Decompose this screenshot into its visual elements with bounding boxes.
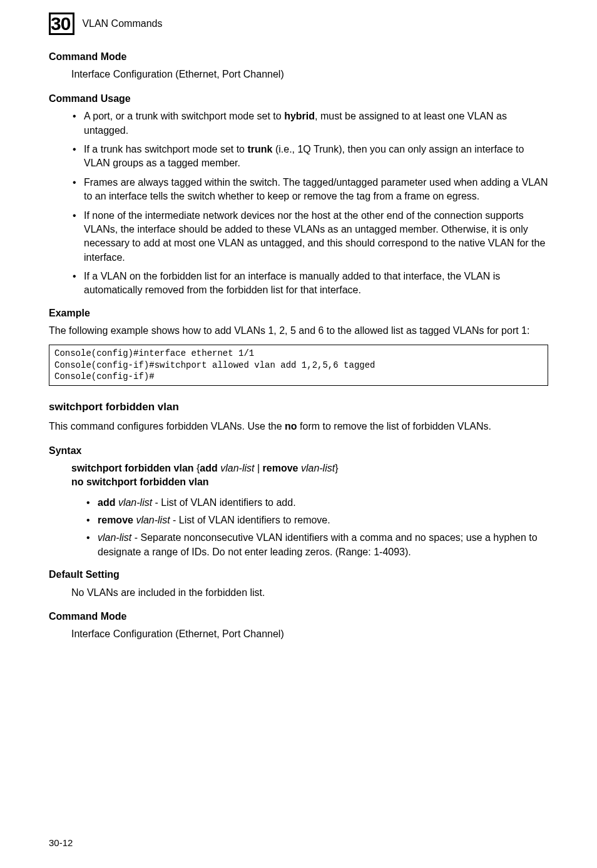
- command-mode-text: Interface Configuration (Ethernet, Port …: [71, 68, 548, 81]
- bold: no: [285, 421, 297, 431]
- bold: trunk: [247, 144, 272, 154]
- command-mode2-text: Interface Configuration (Ethernet, Port …: [71, 627, 548, 641]
- italic: vlan-list: [220, 463, 254, 473]
- text: A port, or a trunk with switchport mode …: [84, 111, 284, 121]
- example-head: Example: [49, 306, 548, 320]
- syntax-sub-1: add vlan-list - List of VLAN identifiers…: [85, 496, 548, 510]
- usage-bullet-5: If a VLAN on the forbidden list for an i…: [71, 270, 548, 298]
- syntax-line-2: no switchport forbidden vlan: [71, 475, 548, 489]
- italic: vlan-list: [301, 463, 335, 473]
- code-block: Console(config)#interface ethernet 1/1 C…: [49, 345, 548, 386]
- default-setting-text: No VLANs are included in the forbidden l…: [71, 586, 548, 600]
- command-usage-list: A port, or a trunk with switchport mode …: [71, 109, 548, 298]
- text: |: [255, 463, 263, 473]
- text: {: [194, 463, 200, 473]
- bold: hybrid: [284, 111, 315, 121]
- command-usage-head: Command Usage: [49, 92, 548, 106]
- italic: vlan-list: [118, 497, 152, 508]
- syntax-line-1: switchport forbidden vlan {add vlan-list…: [71, 462, 548, 475]
- bold: add: [98, 497, 115, 508]
- text: - List of VLAN identifiers to add.: [152, 497, 295, 508]
- usage-bullet-1: A port, or a trunk with switchport mode …: [71, 109, 548, 138]
- page-footer: 30-12: [49, 836, 73, 849]
- italic: vlan-list: [136, 515, 170, 525]
- syntax-head: Syntax: [49, 444, 548, 458]
- chapter-title: VLAN Commands: [82, 17, 162, 31]
- example-intro: The following example shows how to add V…: [49, 324, 548, 338]
- text: - List of VLAN identifiers to remove.: [170, 515, 330, 525]
- usage-bullet-2: If a trunk has switchport mode set to tr…: [71, 143, 548, 171]
- command-mode-head: Command Mode: [49, 50, 548, 64]
- bold: switchport forbidden vlan: [71, 463, 194, 473]
- syntax-lines: switchport forbidden vlan {add vlan-list…: [71, 462, 548, 490]
- default-setting-head: Default Setting: [49, 568, 548, 582]
- usage-bullet-3: Frames are always tagged within the swit…: [71, 176, 548, 204]
- text: }: [335, 463, 338, 473]
- bold: remove: [98, 515, 133, 525]
- bold: remove: [263, 463, 298, 473]
- bold: no switchport forbidden vlan: [71, 477, 209, 487]
- syntax-sub-2: remove vlan-list - List of VLAN identifi…: [85, 513, 548, 527]
- command-mode2-head: Command Mode: [49, 610, 548, 623]
- syntax-sub-list: add vlan-list - List of VLAN identifiers…: [85, 496, 548, 560]
- text: This command configures forbidden VLANs.…: [49, 421, 285, 431]
- chapter-number-box: 30: [49, 13, 74, 35]
- text: form to remove the list of forbidden VLA…: [297, 421, 491, 431]
- bold: add: [200, 463, 217, 473]
- italic: vlan-list: [98, 532, 131, 543]
- chapter-number: 30: [51, 14, 70, 33]
- chapter-header: 30 VLAN Commands: [49, 13, 548, 35]
- text: If a trunk has switchport mode set to: [84, 144, 247, 154]
- syntax-sub-3: vlan-list - Separate nonconsecutive VLAN…: [85, 531, 548, 559]
- forbidden-desc: This command configures forbidden VLANs.…: [49, 420, 548, 433]
- forbidden-title: switchport forbidden vlan: [49, 400, 548, 415]
- usage-bullet-4: If none of the intermediate network devi…: [71, 209, 548, 265]
- text: - Separate nonconsecutive VLAN identifie…: [98, 532, 538, 557]
